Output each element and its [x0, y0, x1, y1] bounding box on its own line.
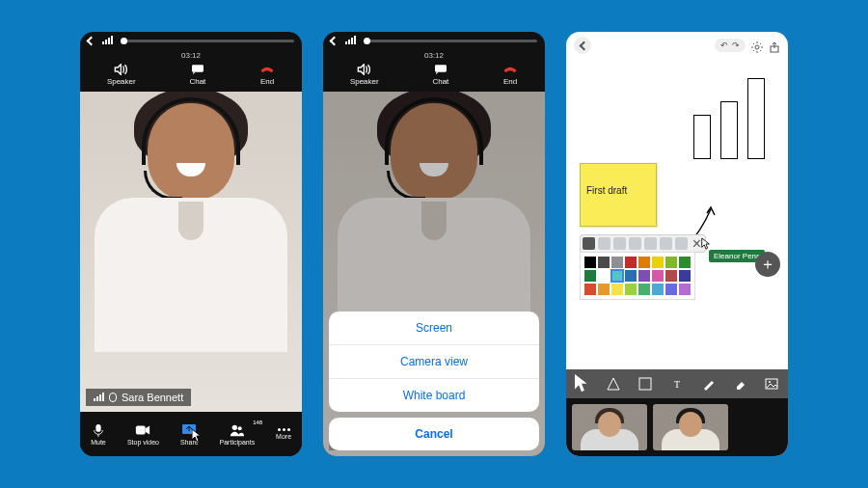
svg-point-4	[232, 424, 237, 429]
status-bar	[80, 32, 302, 49]
more-button[interactable]: More	[276, 428, 291, 440]
participant-name: Sara Bennett	[122, 392, 183, 403]
pen-tool-icon[interactable]	[702, 377, 716, 391]
participant-avatar	[148, 103, 234, 200]
color-swatch[interactable]	[652, 284, 664, 295]
duplicate-tool-icon[interactable]	[660, 237, 672, 250]
border-tool-icon[interactable]	[613, 237, 626, 250]
settings-gear-icon[interactable]	[751, 40, 763, 51]
chat-icon	[190, 64, 205, 75]
color-swatch[interactable]	[679, 257, 691, 268]
camera-icon	[135, 423, 150, 437]
call-progress[interactable]	[364, 40, 537, 42]
participant-thumb[interactable]	[653, 404, 728, 450]
share-button[interactable]: Share	[180, 423, 199, 446]
back-button[interactable]	[574, 37, 591, 54]
stroke-tool-icon[interactable]	[598, 237, 610, 250]
speaker-icon	[357, 64, 372, 75]
color-swatches	[580, 252, 695, 300]
color-swatch[interactable]	[665, 270, 677, 282]
text-tool-icon[interactable]	[629, 237, 641, 250]
share-option-screen[interactable]: Screen	[329, 312, 539, 344]
chat-button[interactable]: Chat	[432, 64, 448, 86]
image-tool-icon[interactable]	[765, 377, 778, 391]
mic-icon	[109, 393, 117, 402]
share-option-camera[interactable]: Camera view	[329, 344, 539, 378]
share-cancel-group: Cancel	[329, 418, 539, 450]
participants-button[interactable]: Participants 148	[220, 423, 256, 446]
color-swatch[interactable]	[638, 270, 650, 282]
status-bar	[323, 32, 545, 49]
color-swatch[interactable]	[638, 284, 650, 295]
top-controls: Speaker Chat End	[323, 60, 545, 92]
svg-rect-9	[639, 378, 651, 390]
color-swatch[interactable]	[598, 284, 610, 295]
color-swatch[interactable]	[584, 270, 596, 282]
collaborator-cursor-icon	[701, 238, 711, 250]
undo-icon[interactable]: ↶	[720, 41, 728, 50]
whiteboard-toolbar: T	[566, 369, 788, 398]
bar	[693, 115, 711, 159]
color-swatch[interactable]	[679, 270, 691, 282]
color-swatch[interactable]	[611, 284, 623, 295]
speaker-button[interactable]: Speaker	[107, 64, 136, 86]
chat-button[interactable]: Chat	[189, 64, 205, 86]
back-chevron-icon[interactable]	[87, 36, 96, 45]
svg-point-5	[237, 426, 241, 430]
call-progress[interactable]	[121, 40, 294, 42]
color-swatch[interactable]	[679, 284, 691, 295]
stop-video-button[interactable]: Stop video	[127, 423, 159, 446]
plus-icon: ＋	[760, 255, 775, 275]
participants-icon	[230, 423, 245, 437]
mute-button[interactable]: Mute	[91, 423, 106, 446]
layer-tool-icon[interactable]	[644, 237, 657, 250]
end-call-button[interactable]: End	[502, 64, 518, 86]
add-fab-button[interactable]: ＋	[755, 252, 780, 277]
back-chevron-icon[interactable]	[330, 36, 339, 45]
color-swatch[interactable]	[638, 257, 650, 268]
color-swatch[interactable]	[598, 257, 610, 268]
select-tool-icon[interactable]	[575, 377, 588, 391]
speaker-button[interactable]: Speaker	[350, 64, 379, 86]
end-call-icon	[259, 64, 275, 75]
participant-thumbnails	[566, 398, 788, 456]
fill-tool-icon[interactable]	[583, 237, 595, 250]
call-timer: 03:12	[80, 51, 302, 60]
color-swatch[interactable]	[625, 257, 637, 268]
text-tool-icon[interactable]: T	[670, 377, 684, 391]
more-icon	[278, 428, 290, 431]
color-swatch[interactable]	[584, 257, 596, 268]
end-call-button[interactable]: End	[259, 64, 275, 86]
color-swatch[interactable]	[625, 270, 637, 282]
call-timer: 03:12	[323, 51, 545, 60]
participants-count: 148	[253, 420, 262, 425]
color-swatch[interactable]	[665, 257, 677, 268]
color-swatch[interactable]	[652, 257, 664, 268]
color-swatch[interactable]	[611, 270, 623, 282]
color-swatch[interactable]	[584, 284, 596, 295]
sticky-tool-icon[interactable]	[638, 377, 652, 391]
eraser-tool-icon[interactable]	[734, 377, 747, 391]
svg-point-11	[769, 381, 771, 383]
sticky-note[interactable]: First draft	[580, 163, 657, 227]
color-swatch[interactable]	[625, 284, 637, 295]
share-cancel-button[interactable]: Cancel	[329, 418, 539, 450]
participant-thumb[interactable]	[572, 404, 647, 450]
svg-rect-0	[192, 65, 203, 71]
share-option-whiteboard[interactable]: White board	[329, 378, 539, 412]
redo-icon[interactable]: ↷	[732, 41, 740, 50]
undo-redo-pill[interactable]: ↶↷	[715, 39, 746, 52]
color-swatch[interactable]	[611, 257, 623, 268]
bar-chart-drawing	[693, 78, 765, 159]
whiteboard-canvas[interactable]: First draft × Eleanor Pena ＋	[566, 59, 788, 369]
chat-icon	[433, 64, 448, 75]
signal-icon	[102, 37, 113, 44]
shape-tool-icon[interactable]	[607, 377, 620, 391]
color-swatch[interactable]	[652, 270, 664, 282]
color-swatch[interactable]	[598, 270, 610, 282]
delete-tool-icon[interactable]	[675, 237, 688, 250]
svg-rect-6	[435, 65, 447, 71]
share-sheet: Screen Camera view White board Cancel	[329, 312, 539, 450]
color-swatch[interactable]	[665, 284, 677, 295]
export-icon[interactable]	[769, 40, 780, 51]
